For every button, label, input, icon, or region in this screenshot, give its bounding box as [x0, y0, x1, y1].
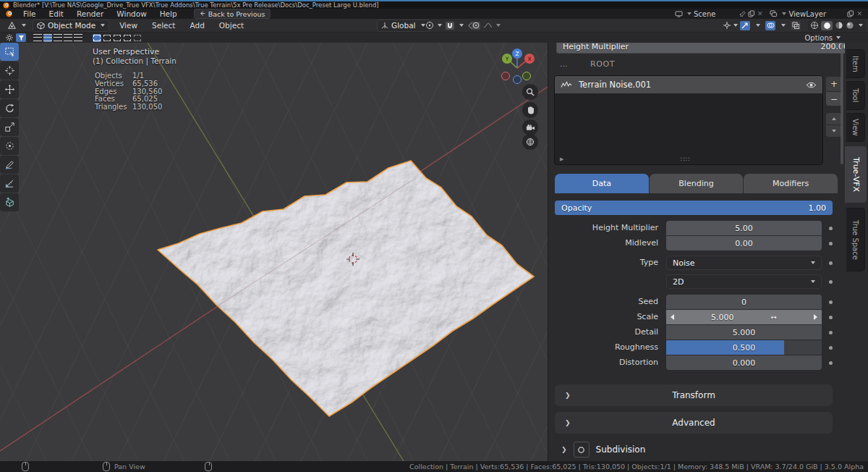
- select-mode-invert[interactable]: [123, 34, 132, 42]
- menu-window[interactable]: Window: [110, 9, 153, 19]
- stepper-left-icon[interactable]: [671, 314, 674, 320]
- scene-selector[interactable]: Scene ✕: [675, 10, 763, 18]
- pin-icon[interactable]: [739, 11, 746, 17]
- solid-shading-icon: [823, 22, 831, 30]
- decorator-dot[interactable]: [829, 227, 833, 230]
- viewport-display-controls: [723, 20, 865, 31]
- tab-true-vfx[interactable]: True-VFX: [845, 146, 867, 203]
- breadcrumb-ellipsis[interactable]: ...: [560, 59, 568, 69]
- panel-scrollbar[interactable]: [841, 43, 843, 164]
- viewport-3d[interactable]: User Perspective (1) Collection | Terrai…: [0, 43, 548, 461]
- shading-chevron-icon[interactable]: [859, 24, 863, 27]
- options-dropdown[interactable]: Options: [804, 34, 841, 42]
- layer-item-active[interactable]: Terrain Noise.001: [555, 76, 822, 93]
- perspective-toggle-button[interactable]: [522, 134, 538, 150]
- decorator-dot[interactable]: [829, 242, 833, 245]
- dimension-dropdown[interactable]: 2D: [666, 274, 822, 289]
- tab-view[interactable]: View: [846, 113, 865, 142]
- new-scene-icon[interactable]: [748, 10, 755, 17]
- eye-icon[interactable]: [806, 82, 817, 88]
- tool-settings-gear-icon[interactable]: [5, 33, 14, 42]
- expand-chevron-icon: ❯: [561, 446, 567, 453]
- tweak-option-5[interactable]: [74, 34, 82, 42]
- editor-type-button[interactable]: [4, 20, 30, 31]
- midlevel-field[interactable]: 0.00: [666, 236, 822, 250]
- camera-view-button[interactable]: [522, 119, 538, 135]
- menu-add[interactable]: Add: [182, 21, 211, 30]
- tab-data[interactable]: Data: [555, 174, 649, 193]
- list-expand-icon[interactable]: ▶: [560, 156, 563, 162]
- back-to-previous-button[interactable]: Back to Previous: [194, 9, 271, 19]
- terrain-mesh[interactable]: [158, 161, 534, 416]
- list-resize-grip-icon[interactable]: ∷∷: [681, 156, 690, 163]
- tweak-option-1[interactable]: [33, 34, 42, 42]
- transform-orientation-dropdown[interactable]: Global: [377, 20, 430, 32]
- xray-toggle-button[interactable]: [791, 21, 801, 30]
- seed-field[interactable]: 0: [666, 295, 822, 309]
- tab-item[interactable]: Item: [846, 49, 865, 78]
- navigation-gizmo[interactable]: Z Y X: [493, 45, 535, 85]
- tab-modifiers[interactable]: Modifiers: [744, 174, 838, 193]
- detail-field[interactable]: 5.000: [666, 325, 822, 340]
- select-mode-subtract[interactable]: [113, 34, 122, 42]
- menu-view[interactable]: View: [112, 21, 145, 30]
- menu-select[interactable]: Select: [145, 21, 182, 30]
- filter-button[interactable]: [16, 33, 26, 42]
- transform-panel-header[interactable]: ❯ Transform: [555, 384, 833, 406]
- decorator-dot[interactable]: [829, 331, 833, 334]
- height-multiplier-field[interactable]: 5.00: [666, 221, 822, 235]
- show-overlays-button[interactable]: [765, 21, 775, 30]
- opacity-slider[interactable]: Opacity 1.00: [555, 201, 833, 215]
- tweak-option-3[interactable]: [54, 34, 62, 42]
- viewlayer-selector[interactable]: ViewLayer ✕: [770, 10, 862, 18]
- decorator-dot[interactable]: [829, 361, 833, 365]
- new-viewlayer-icon[interactable]: [847, 10, 854, 17]
- menu-edit[interactable]: Edit: [43, 9, 70, 19]
- decorator-dot[interactable]: [829, 346, 833, 350]
- wireframe-shading-icon[interactable]: [810, 21, 819, 30]
- overlays-chevron-icon[interactable]: [781, 24, 786, 27]
- remove-viewlayer-icon[interactable]: ✕: [856, 10, 862, 17]
- roughness-slider[interactable]: 0.500: [666, 340, 822, 355]
- tab-blending[interactable]: Blending: [650, 174, 744, 193]
- select-mode-intersect[interactable]: [133, 34, 142, 42]
- mode-dropdown[interactable]: Object Mode: [33, 20, 109, 32]
- decorator-dot[interactable]: [829, 316, 833, 319]
- height-multiplier-top-slider[interactable]: Height Multiplier 200.00: [556, 43, 845, 54]
- proportional-editing-toggle[interactable]: [472, 22, 501, 30]
- gizmo-neg-y[interactable]: [523, 72, 531, 80]
- distortion-field[interactable]: 0.000: [666, 355, 822, 370]
- tab-true-space[interactable]: True Space: [846, 208, 865, 271]
- gizmo-dropdown-chevron-icon[interactable]: [756, 24, 760, 27]
- menu-file[interactable]: File: [17, 9, 43, 19]
- material-shading-icon[interactable]: [835, 21, 843, 30]
- gizmo-neg-z[interactable]: [514, 76, 522, 84]
- menu-object[interactable]: Object: [212, 21, 251, 30]
- tab-tool[interactable]: Tool: [846, 81, 865, 110]
- decorator-dot[interactable]: [829, 261, 833, 265]
- gizmo-neg-x[interactable]: [502, 72, 510, 80]
- show-gizmos-button[interactable]: [723, 21, 738, 30]
- active-tool-gizmo-button[interactable]: [740, 21, 750, 30]
- stepper-right-icon[interactable]: [814, 314, 817, 320]
- subdivision-panel-header[interactable]: ❯ Subdivision: [561, 442, 645, 458]
- zoom-view-button[interactable]: [522, 84, 538, 100]
- falloff-curve-icon[interactable]: [483, 22, 493, 29]
- type-dropdown[interactable]: Noise: [666, 256, 822, 270]
- advanced-panel-header[interactable]: ❯ Advanced: [555, 412, 833, 434]
- select-mode-extend[interactable]: [103, 34, 111, 42]
- decorator-dot[interactable]: [829, 300, 833, 304]
- tweak-option-2[interactable]: [43, 34, 52, 42]
- menu-help[interactable]: Help: [153, 9, 184, 19]
- pivot-point-dropdown[interactable]: [425, 21, 442, 30]
- blender-menu-icon[interactable]: [4, 10, 14, 17]
- select-mode-set[interactable]: [93, 34, 101, 42]
- tweak-option-4[interactable]: [64, 34, 72, 42]
- unlink-scene-icon[interactable]: ✕: [757, 10, 763, 17]
- scale-field[interactable]: 5.000 ↔: [666, 310, 822, 324]
- rendered-shading-icon[interactable]: [846, 21, 854, 30]
- menu-render[interactable]: Render: [70, 9, 110, 19]
- pan-view-button[interactable]: [522, 102, 538, 118]
- solid-shading-button[interactable]: [821, 21, 833, 30]
- decorator-dot[interactable]: [829, 280, 833, 284]
